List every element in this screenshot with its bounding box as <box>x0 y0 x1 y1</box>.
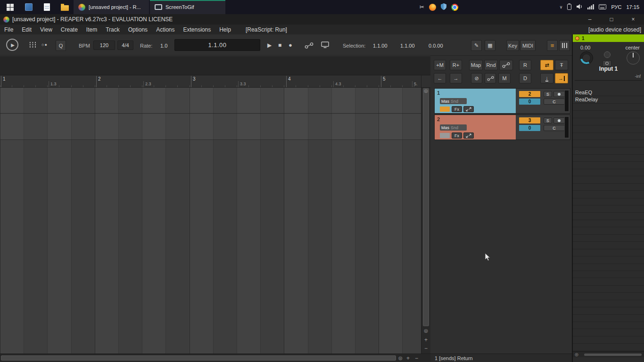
menu-reascript-run[interactable]: [ReaScript: Run] <box>241 26 291 33</box>
fx-slot-empty[interactable] <box>573 256 644 263</box>
fx-slot-empty[interactable] <box>573 133 644 140</box>
firefox-icon[interactable] <box>429 4 436 11</box>
dot-circles-icon[interactable]: ○● <box>41 42 48 47</box>
grid-settings-button[interactable]: ▦ <box>485 40 495 51</box>
fx-button[interactable]: Fx <box>452 132 462 139</box>
selection-start-value[interactable]: 1.1.00 <box>373 43 388 49</box>
zoom-dot-icon[interactable]: ◎ <box>575 352 578 357</box>
solo-button[interactable]: S <box>544 117 552 123</box>
menu-extensions[interactable]: Extensions <box>179 26 215 33</box>
fx-slot-empty[interactable] <box>573 249 644 256</box>
add-marker-button[interactable]: +M <box>434 60 446 70</box>
fx-slot-empty[interactable] <box>573 337 644 344</box>
time-signature-field[interactable]: 4/4 <box>117 41 133 50</box>
routing-button[interactable] <box>463 106 474 112</box>
d-button[interactable]: D <box>519 73 531 83</box>
chrome-icon[interactable] <box>451 4 458 11</box>
maximize-button[interactable]: □ <box>601 14 622 25</box>
minimize-button[interactable]: – <box>579 14 601 25</box>
menu-help[interactable]: Help <box>215 26 235 33</box>
stop-button[interactable]: ■ <box>278 42 281 49</box>
horizontal-scrollbar[interactable]: ◎ + − <box>0 354 430 362</box>
menu-track[interactable]: Track <box>101 26 124 33</box>
solo-button[interactable]: S <box>544 91 552 97</box>
taskbar-app-button-1[interactable] <box>20 0 38 14</box>
io-color-chip[interactable] <box>440 107 450 112</box>
clock[interactable]: 17:15 <box>626 4 639 10</box>
master-send-button[interactable]: MasSnd <box>440 124 467 131</box>
fx-list-scrollbar[interactable]: ◎ <box>573 351 644 357</box>
routing-button[interactable] <box>463 132 474 139</box>
speaker-icon[interactable] <box>576 4 583 10</box>
volume-knob[interactable] <box>580 51 593 65</box>
envelope-swap-button[interactable]: ⇄ <box>540 60 553 70</box>
volume-value[interactable]: 0 <box>519 125 540 131</box>
r-button[interactable]: R <box>519 60 531 70</box>
menu-view[interactable]: View <box>36 26 57 33</box>
pan-center-button[interactable]: C <box>544 99 565 105</box>
fx-slot-empty[interactable] <box>573 104 644 111</box>
io-color-chip[interactable] <box>440 133 450 138</box>
zoom-dot-icon[interactable]: ◎ <box>421 329 430 333</box>
fx-slot-empty[interactable] <box>573 155 644 162</box>
loop-icon-button[interactable] <box>305 42 314 50</box>
zoom-dot-icon[interactable]: ◎ <box>398 356 403 361</box>
position-display[interactable]: 1.1.00 <box>174 39 260 51</box>
fx-slot-empty[interactable] <box>573 235 644 242</box>
fx-slot-empty[interactable] <box>573 140 644 147</box>
fx-slot-empty[interactable] <box>573 278 644 285</box>
map-button[interactable]: Map <box>469 60 483 70</box>
fx-slot-empty[interactable] <box>573 148 644 155</box>
fx-slot-empty[interactable] <box>573 329 644 336</box>
menu-hamburger-button[interactable]: ≡ <box>547 40 558 51</box>
fx-slot-empty[interactable] <box>573 307 644 314</box>
link-small-button[interactable] <box>485 73 496 83</box>
fx-slot-empty[interactable] <box>573 206 644 213</box>
fx-slot-empty[interactable] <box>573 322 644 329</box>
menu-edit[interactable]: Edit <box>17 26 36 33</box>
menu-actions[interactable]: Actions <box>152 26 179 33</box>
taskbar-window-reaper[interactable]: [unsaved project] - R... <box>74 0 149 14</box>
send-number-badge[interactable]: 3 <box>519 117 540 123</box>
selection-end-value[interactable]: 1.1.00 <box>400 43 415 49</box>
fx-slot-empty[interactable] <box>573 300 644 307</box>
fx-slot-empty[interactable] <box>573 111 644 118</box>
zoom-out-button[interactable]: − <box>421 346 430 351</box>
arrange-empty-area[interactable] <box>0 140 421 354</box>
fx-slot[interactable]: ReaDelay <box>573 96 644 103</box>
fx-slot-empty[interactable] <box>573 227 644 234</box>
taskbar-folder-button[interactable] <box>56 0 74 14</box>
tray-chevron-icon[interactable]: ∨ <box>560 5 563 9</box>
vertical-scroll-thumb[interactable] <box>423 88 429 326</box>
fx-slot-empty[interactable] <box>573 169 644 176</box>
pan-readout[interactable]: center <box>625 45 640 50</box>
start-button[interactable] <box>0 0 20 14</box>
timeline-ruler[interactable]: 11.322.333.344.355. <box>0 75 421 88</box>
track-panel-1[interactable]: 1 MasSnd Fx 2 S 0 C <box>434 88 570 114</box>
play-circle-button[interactable]: ▶ <box>6 39 18 51</box>
volume-value[interactable]: 0 <box>519 99 540 105</box>
fx-slot-empty[interactable] <box>573 118 644 125</box>
pan-center-button[interactable]: C <box>544 125 565 131</box>
horizontal-scroll-thumb[interactable] <box>1 355 396 361</box>
fx-slot-empty[interactable] <box>573 198 644 206</box>
menu-item[interactable]: Item <box>82 26 101 33</box>
zoom-in-button[interactable]: + <box>421 337 430 343</box>
vertical-scrollbar[interactable]: ◎ ◎ + − <box>421 75 430 354</box>
fx-slot-empty[interactable] <box>573 286 644 293</box>
track-lane-1[interactable] <box>0 88 421 114</box>
taskbar-window-screentogif[interactable]: ScreenToGif <box>150 0 225 14</box>
close-button[interactable]: × <box>622 14 644 25</box>
zoom-dot-icon[interactable]: ◎ <box>421 89 430 93</box>
rnd-button[interactable]: Rnd <box>484 60 498 70</box>
t-bar-button[interactable]: Ŧ <box>555 60 568 70</box>
menu-options[interactable]: Options <box>124 26 152 33</box>
pencil-button[interactable]: ✎ <box>471 40 482 51</box>
shield-icon[interactable] <box>441 3 446 11</box>
q-button[interactable]: Q <box>56 40 66 51</box>
network-icon[interactable] <box>587 4 594 10</box>
fx-slot-empty[interactable] <box>573 315 644 322</box>
fx-slot-empty[interactable] <box>573 213 644 220</box>
fx-button[interactable]: Fx <box>452 106 462 112</box>
zoom-out-button[interactable]: − <box>415 355 418 361</box>
